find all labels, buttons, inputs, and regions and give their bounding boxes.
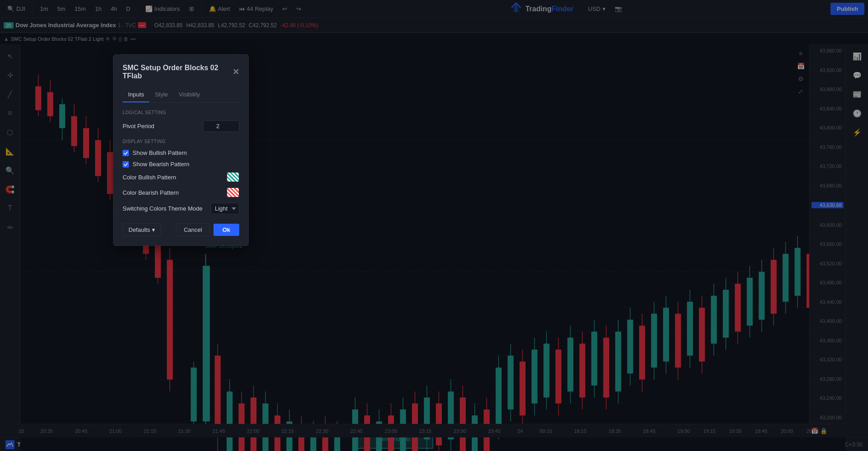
- show-bullish-row: Show Bullish Pattern: [123, 149, 239, 156]
- cancel-button[interactable]: Cancel: [176, 223, 209, 236]
- theme-mode-select[interactable]: Light Dark: [211, 203, 239, 214]
- theme-mode-label: Switching Colors Theme Mode: [123, 205, 203, 212]
- tab-visibility[interactable]: Visibility: [173, 87, 205, 102]
- pivot-period-input[interactable]: [203, 120, 239, 132]
- color-bearish-label: Color Bearish Pattern: [123, 189, 179, 196]
- logical-section-header: LOGICAL SETTING: [123, 110, 239, 115]
- settings-modal: SMC Setup Order Blocks 02 TFlab ✕ Inputs…: [113, 54, 249, 246]
- modal-title-bar: SMC Setup Order Blocks 02 TFlab ✕: [123, 64, 239, 80]
- modal-close-button[interactable]: ✕: [232, 67, 239, 77]
- modal-title-text: SMC Setup Order Blocks 02 TFlab: [123, 64, 232, 80]
- show-bullish-checkbox[interactable]: [123, 150, 129, 156]
- modal-overlay[interactable]: SMC Setup Order Blocks 02 TFlab ✕ Inputs…: [0, 0, 868, 451]
- color-bearish-row: Color Bearish Pattern: [123, 187, 239, 197]
- color-bullish-swatch[interactable]: [227, 172, 239, 182]
- color-bullish-label: Color Bullish Pattern: [123, 174, 176, 181]
- color-bullish-row: Color Bullish Pattern: [123, 172, 239, 182]
- display-section-header: DISPLAY SETTING: [123, 139, 239, 144]
- defaults-chevron: ▾: [152, 226, 155, 233]
- show-bearish-row: Show Bearish Pattern: [123, 161, 239, 168]
- color-bearish-swatch[interactable]: [227, 187, 239, 197]
- tab-style[interactable]: Style: [149, 87, 173, 102]
- modal-tabs: Inputs Style Visibility: [123, 87, 239, 103]
- show-bearish-label: Show Bearish Pattern: [133, 161, 190, 168]
- show-bearish-checkbox[interactable]: [123, 161, 129, 168]
- pivot-period-label: Pivot Period: [123, 123, 154, 130]
- pivot-period-row: Pivot Period: [123, 120, 239, 132]
- tab-inputs[interactable]: Inputs: [123, 87, 149, 102]
- modal-footer: Defaults ▾ Cancel Ok: [123, 223, 239, 236]
- show-bullish-label: Show Bullish Pattern: [133, 149, 187, 156]
- defaults-button[interactable]: Defaults ▾: [123, 223, 161, 236]
- defaults-wrapper: Defaults ▾: [123, 223, 161, 236]
- defaults-label: Defaults: [128, 226, 150, 233]
- ok-button[interactable]: Ok: [213, 224, 239, 236]
- theme-mode-row: Switching Colors Theme Mode Light Dark: [123, 203, 239, 214]
